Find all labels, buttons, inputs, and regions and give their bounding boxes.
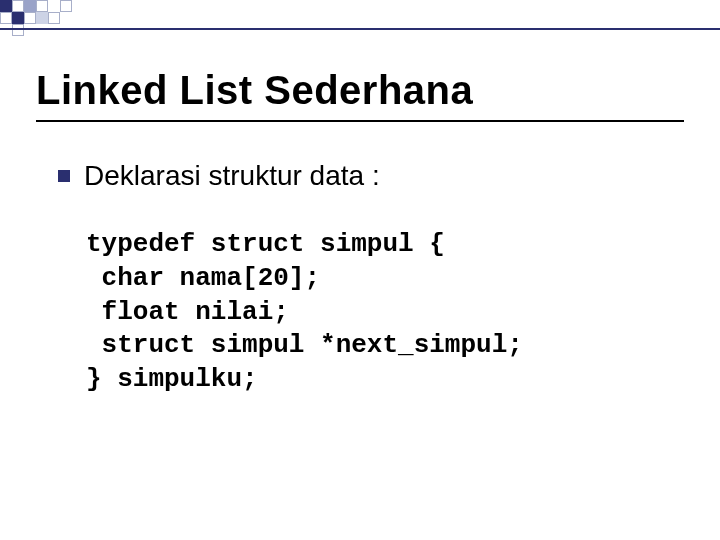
- bullet-text: Deklarasi struktur data :: [84, 160, 380, 192]
- code-line: struct simpul *next_simpul;: [86, 330, 523, 360]
- square-bullet-icon: [58, 170, 70, 182]
- page-title: Linked List Sederhana: [36, 68, 473, 113]
- code-line: typedef struct simpul {: [86, 229, 445, 259]
- body-content: Deklarasi struktur data : typedef struct…: [58, 160, 523, 397]
- top-divider: [0, 28, 720, 30]
- code-line: char nama[20];: [86, 263, 320, 293]
- code-line: } simpulku;: [86, 364, 258, 394]
- code-line: float nilai;: [86, 297, 289, 327]
- code-block: typedef struct simpul { char nama[20]; f…: [86, 228, 523, 397]
- bullet-item: Deklarasi struktur data :: [58, 160, 523, 192]
- title-underline: [36, 120, 684, 122]
- corner-decoration: [0, 0, 72, 36]
